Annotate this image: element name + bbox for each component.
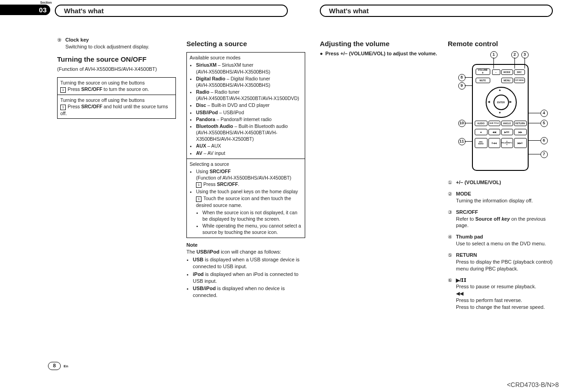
callout-10: 10 — [458, 120, 466, 127]
callout-8: 8 — [458, 74, 466, 81]
box-row-source-off: Turning the source off using the buttons… — [58, 95, 175, 118]
section-number-badge: 03 — [0, 5, 50, 15]
clock-key-label: Clock key — [65, 37, 89, 42]
callout-2: 2 — [511, 51, 519, 58]
heading-adjusting-volume: Adjusting the volume — [320, 39, 439, 48]
column-4: Remote control VOLUME+ − MODE SRC MUTE M… — [448, 37, 555, 315]
sub-turning-source: (Function of AVH-X5500BHS/AVH-X4500BT) — [57, 66, 176, 73]
page-number: 8 — [48, 362, 61, 370]
step-number-1b: 1 — [60, 105, 66, 110]
callout-5: 5 — [541, 120, 548, 127]
note-intro: The USB/iPod icon will change as follows… — [186, 249, 305, 255]
box-row-available: Available source modes SiriusXM – Sirius… — [187, 53, 305, 159]
note-heading: Note — [186, 242, 305, 249]
step-number-1: 1 — [60, 87, 66, 93]
source-on-step: 1Press SRC/OFF to turn the source on. — [60, 86, 173, 93]
available-title: Available source modes — [190, 54, 302, 61]
footer-page: 8 En — [48, 362, 68, 370]
bullet-icon: ● — [320, 50, 325, 57]
column-2: Selecting a source Available source mode… — [186, 37, 305, 300]
heading-turning-source: Turning the source ON/OFF — [57, 55, 176, 64]
column-3: Adjusting the volume ●Press +/– (VOLUME/… — [320, 37, 439, 57]
remote-item-2: ② MODE Turning the information display o… — [448, 191, 555, 204]
box-row-selecting: Selecting a source Using SRC/OFF (Functi… — [187, 159, 305, 238]
remote-item-6: ⑥ ▶/𝗜𝗜 Press to pause or resume playback… — [448, 277, 555, 311]
section-label: Section — [40, 1, 52, 4]
source-off-title: Turning the source off using the buttons — [60, 97, 173, 103]
remote-item-3: ③ SRC/OFF Refer to Source off key on the… — [448, 209, 555, 229]
box-available-sources: Available source modes SiriusXM – Sirius… — [186, 52, 305, 238]
box-row-source-on: Turning the source on using the buttons … — [58, 78, 175, 95]
source-off-step: 1Press SRC/OFF and hold until the source… — [60, 103, 173, 117]
header-right-pill: What's what — [320, 5, 553, 17]
page-language: En — [64, 364, 68, 368]
item-number-9: ⑨ — [57, 37, 64, 43]
clock-key-desc: Switching to clock adjustment display. — [65, 43, 176, 50]
remote-item-4: ④ Thumb pad Use to select a menu on the … — [448, 233, 555, 247]
note-list: USB is displayed when a USB storage devi… — [186, 256, 305, 299]
using-srcoff: Using SRC/OFF (Function of AVH-X5500BHS/… — [196, 168, 302, 188]
selecting-methods: Using SRC/OFF (Function of AVH-X5500BHS/… — [190, 168, 302, 235]
source-list: SiriusXM – SiriusXM tuner(AVH-X5500BHS/A… — [190, 62, 302, 156]
volume-instruction: ●Press +/– (VOLUME/VOL) to adjust the vo… — [320, 50, 439, 57]
callout-3: 3 — [521, 51, 529, 58]
remote-item-5: ⑤ RETURN Press to display the PBC (playb… — [448, 252, 555, 272]
source-on-title: Turning the source on using the buttons — [60, 79, 173, 86]
callout-9: 9 — [458, 82, 466, 90]
callout-1: 1 — [490, 51, 498, 58]
selecting-title: Selecting a source — [190, 161, 302, 167]
clock-key-item: ⑨ Clock key Switching to clock adjustmen… — [57, 37, 176, 50]
callout-11: 11 — [458, 138, 466, 145]
remote-item-1: ① +/– (VOLUME/VOL) — [448, 179, 555, 186]
header-left-pill: What's what — [55, 5, 288, 17]
callout-7: 7 — [541, 151, 548, 158]
heading-selecting-source: Selecting a source — [186, 39, 305, 48]
heading-remote-control: Remote control — [448, 39, 555, 48]
callout-4: 4 — [541, 110, 548, 117]
column-1: ⑨ Clock key Switching to clock adjustmen… — [57, 37, 176, 122]
footer-code: <CRD4703-B/N>8 — [507, 381, 559, 388]
using-touch-panel: Using the touch panel keys on the home d… — [196, 188, 302, 235]
box-source-on-off: Turning the source on using the buttons … — [57, 77, 176, 119]
callout-6: 6 — [541, 137, 548, 144]
remote-body: VOLUME+ − MODE SRC MUTE MENU TOP MENU EN… — [472, 64, 529, 171]
remote-diagram: VOLUME+ − MODE SRC MUTE MENU TOP MENU EN… — [454, 50, 550, 174]
